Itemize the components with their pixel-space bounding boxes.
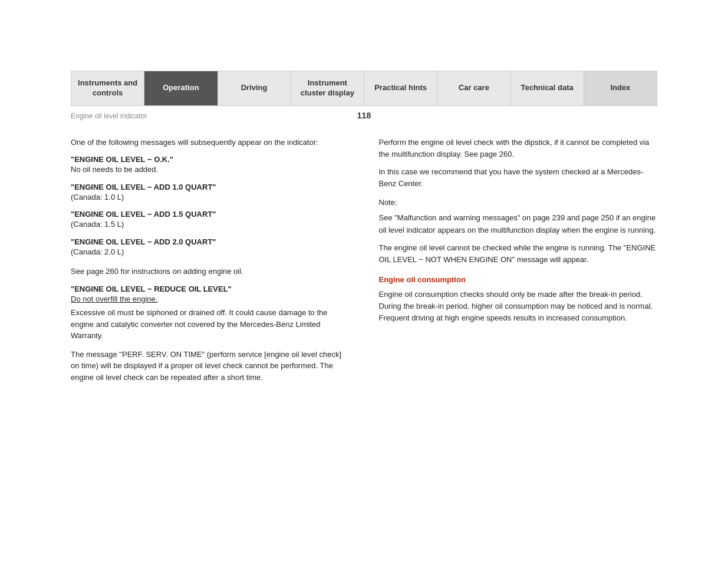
nav-item-car-care[interactable]: Car care xyxy=(437,71,510,105)
note-label: Note: xyxy=(379,197,658,209)
oil-level-2quart: "ENGINE OIL LEVEL − ADD 2.0 QUART" (Cana… xyxy=(71,237,350,258)
page-header-row: Engine oil level indicator 118 xyxy=(71,106,657,127)
ok-sub: No oil needs to be added. xyxy=(71,164,350,176)
1-5quart-sub: (Canada: 1.5 L) xyxy=(71,219,350,230)
recommend-text: In this case we recommend that you have … xyxy=(379,166,658,190)
navigation-bar: Instruments and controlsOperationDriving… xyxy=(71,71,657,106)
intro-text: One of the following messages will subse… xyxy=(71,137,350,148)
perf-message: The message "PERF. SERV. ON TIME" (perfo… xyxy=(71,349,350,384)
1quart-sub: (Canada: 1.0 L) xyxy=(71,191,350,203)
reduce-sub-underline: Do not overfill the engine. xyxy=(71,293,350,305)
oil-level-1-5quart: "ENGINE OIL LEVEL − ADD 1.5 QUART" (Cana… xyxy=(71,210,350,230)
running-text: The engine oil level cannot be checked w… xyxy=(379,242,658,266)
malfunction-text: See "Malfunction and warning messages" o… xyxy=(379,212,658,236)
1-5quart-heading: "ENGINE OIL LEVEL − ADD 1.5 QUART" xyxy=(71,210,350,219)
nav-item-technical-data[interactable]: Technical data xyxy=(511,71,584,105)
1quart-heading: "ENGINE OIL LEVEL − ADD 1.0 QUART" xyxy=(71,183,350,191)
nav-item-driving[interactable]: Driving xyxy=(218,71,291,105)
left-column: One of the following messages will subse… xyxy=(71,137,355,391)
nav-item-operation[interactable]: Operation xyxy=(144,71,218,105)
2quart-heading: "ENGINE OIL LEVEL − ADD 2.0 QUART" xyxy=(71,237,350,246)
content-area: One of the following messages will subse… xyxy=(71,127,657,391)
section-title: Engine oil level indicator xyxy=(71,112,266,120)
nav-item-instruments-and-controls[interactable]: Instruments and controls xyxy=(71,71,144,105)
oil-level-1quart: "ENGINE OIL LEVEL − ADD 1.0 QUART" (Cana… xyxy=(71,183,350,203)
oil-level-ok: "ENGINE OIL LEVEL − O.K." No oil needs t… xyxy=(71,155,350,176)
see-page-text: See page 260 for instructions on adding … xyxy=(71,266,350,277)
right-column: Perform the engine oil level check with … xyxy=(373,137,658,391)
reduce-oil-section: "ENGINE OIL LEVEL − REDUCE OIL LEVEL" Do… xyxy=(71,285,350,342)
consumption-text: Engine oil consumption checks should onl… xyxy=(379,289,658,324)
dipstick-text: Perform the engine oil level check with … xyxy=(379,137,658,160)
consumption-heading: Engine oil consumption xyxy=(379,275,658,284)
reduce-heading: "ENGINE OIL LEVEL − REDUCE OIL LEVEL" xyxy=(71,285,350,293)
nav-item-practical-hints[interactable]: Practical hints xyxy=(364,71,437,105)
page-number: 118 xyxy=(266,111,462,120)
2quart-sub: (Canada: 2.0 L) xyxy=(71,246,350,258)
reduce-body: Excessive oil must be siphoned or draine… xyxy=(71,307,350,342)
nav-item-instrument-cluster-display[interactable]: Instrument cluster display xyxy=(291,71,364,105)
ok-heading: "ENGINE OIL LEVEL − O.K." xyxy=(71,155,350,164)
nav-item-index[interactable]: Index xyxy=(584,71,657,105)
